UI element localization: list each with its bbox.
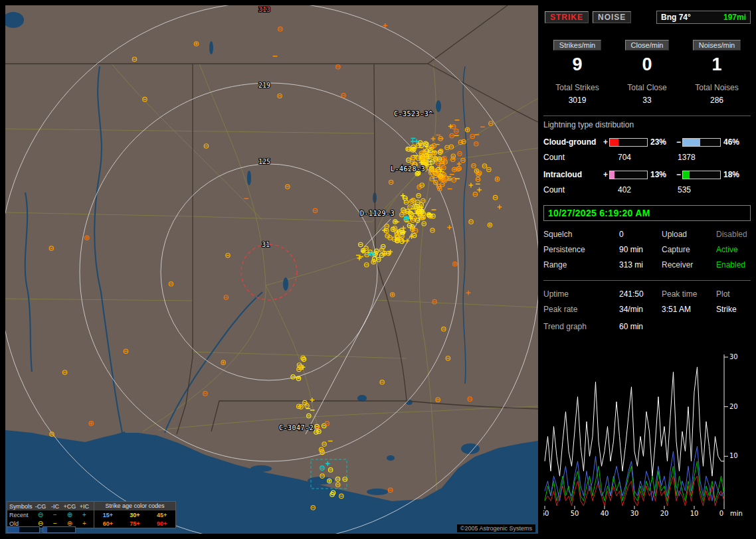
rate-counters: Strikes/min 9 Close/min 0 Noises/min 1 [543,40,751,75]
map-canvas[interactable]: C-3523-3^L-4628-3D-1129-3C-3047-2 313219… [5,5,538,534]
trend-graph-chart: 1020306050403020100min [543,350,751,528]
age-code-15+: 15+ [103,511,113,519]
legend-age-row-1: 15+30+45+ [94,510,175,519]
ring-distance-label: 219 [258,82,270,89]
ic-plus-count: 402 [618,185,678,194]
trend-graph-label: Trend graph [543,322,619,331]
status-panel: STRIKE NOISE Bng 74° 197mi Strikes/min 9… [543,5,751,534]
upload-status: Disabled [716,230,751,239]
close-per-min-chip[interactable]: Close/min [625,40,670,50]
peak-time-label: Peak time [662,289,716,299]
performance-grid: Uptime 241:50 Peak time Plot Peak rate 3… [543,289,751,314]
count-label: Count [543,153,618,162]
ring-distance-label: 31 [262,241,270,248]
total-noises-value: 286 [683,96,751,105]
divider [543,116,751,116]
svg-text:20: 20 [729,403,738,410]
legend-col--cg: -CG [33,502,48,510]
minus-sign: − [675,137,682,147]
legend-symbol-8722: − [48,511,62,519]
svg-text:20: 20 [660,510,669,517]
trend-window-value: 60 min [619,322,643,331]
total-strikes-value: 3019 [543,96,611,105]
plot-mode-value: Strike [716,305,751,314]
noise-indicator-button[interactable]: NOISE [593,11,631,23]
intracloud-counts: Count 402 535 [543,185,751,194]
total-noises-label: Total Noises [683,83,751,92]
legend-header-row: Symbols -CG -IC +CG +IC [7,502,94,510]
capture-label: Capture [662,245,716,254]
total-strikes-label: Total Strikes [543,83,611,92]
datetime-display: 10/27/2025 6:19:20 AM [543,205,751,221]
cloud-ground-row: Cloud-ground + 23% − 46% [543,137,751,147]
ic-minus-bar [682,171,721,179]
peak-rate-value: 34/min [619,305,662,314]
map-legend: Symbols -CG -IC +CG +IC Recent ⊖−⊕+ Old … [7,501,176,528]
uptime-value: 241:50 [619,289,662,299]
ring-distance-label: 125 [258,158,270,165]
bearing-readout: Bng 74° 197mi [656,11,751,24]
ic-plus-pct: 13% [650,170,675,179]
legend-symbol-8854: ⊖ [33,511,48,519]
squelch-label: Squelch [543,230,619,239]
trend-graph-row: Trend graph 60 min [543,322,751,331]
legend-symbol-8853: ⊕ [62,511,77,519]
age-code-30+: 30+ [130,511,140,519]
storm-cell-label: C-3047-2 [279,424,314,431]
copyright-text: ©2005 Astrogenic Systems [457,524,535,532]
storm-cell-label: L-4628-3 [391,165,425,173]
svg-text:10: 10 [729,452,738,459]
peak-rate-label: Peak rate [543,305,619,314]
ic-plus-bar [609,171,648,179]
legend-col--ic: -IC [48,502,62,510]
svg-text:60: 60 [543,510,549,517]
trend-series-white [545,367,724,476]
strikes-per-min-value: 9 [543,54,611,75]
settings-grid: Squelch 0 Upload Disabled Persistence 90… [543,230,751,270]
receiver-label: Receiver [662,260,716,270]
buffer-indicator-1 [7,526,40,533]
ring-distance-label: 313 [258,6,270,13]
cg-minus-count: 1378 [678,153,696,162]
minus-sign: − [675,170,682,179]
strike-indicator-button[interactable]: STRIKE [545,11,589,23]
ic-minus-pct: 18% [723,170,748,179]
lightning-map[interactable]: C-3523-3^L-4628-3D-1129-3C-3047-2 313219… [5,5,538,534]
cg-minus-bar [682,138,721,147]
distribution-title: Lightning type distribution [543,120,751,129]
squelch-value: 0 [619,230,662,239]
noises-per-min-value: 1 [683,54,751,75]
intracloud-row: Intracloud + 13% − 18% [543,170,751,179]
legend-row-recent: Recent ⊖−⊕+ [7,510,94,519]
peak-time-value: 3:51 AM [662,305,716,314]
legend-age-row-2: 60+75+90+ [94,519,175,528]
upload-label: Upload [662,230,716,239]
cg-plus-count: 704 [618,153,678,162]
total-close-label: Total Close [613,83,681,92]
uptime-label: Uptime [543,289,619,299]
cloud-ground-label: Cloud-ground [543,137,602,147]
age-code-60+: 60+ [103,520,113,528]
intracloud-label: Intracloud [543,170,602,179]
divider [543,280,751,281]
buffer-indicator-2 [43,526,76,533]
cloud-ground-counts: Count 704 1378 [543,153,751,162]
cg-plus-pct: 23% [650,137,675,147]
persistence-label: Persistence [543,245,619,254]
legend-symbols-title: Symbols [9,502,33,510]
age-code-90+: 90+ [157,520,167,528]
strikes-per-min-chip[interactable]: Strikes/min [553,40,601,50]
svg-text:30: 30 [729,353,738,360]
age-code-45+: 45+ [157,511,167,519]
persistence-value: 90 min [619,245,662,254]
svg-text:0: 0 [719,510,723,517]
legend-symbol-43: + [77,511,92,519]
legend-age-title: Strike age color codes [94,502,175,510]
ic-minus-count: 535 [678,185,691,194]
total-counters: Total Strikes 3019 Total Close 33 Total … [543,83,751,105]
svg-text:40: 40 [601,510,609,517]
count-label: Count [543,185,618,194]
svg-text:10: 10 [690,510,699,517]
noises-per-min-chip[interactable]: Noises/min [693,40,741,50]
cg-plus-bar [609,138,648,147]
